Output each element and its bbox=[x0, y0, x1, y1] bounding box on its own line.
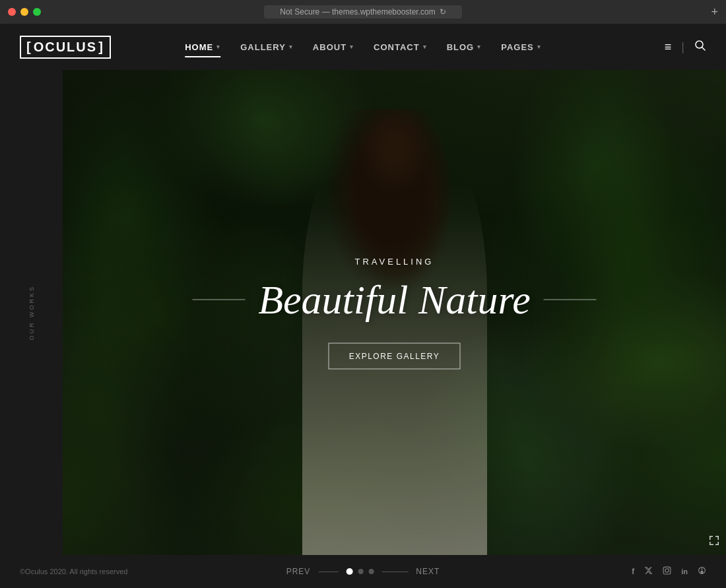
slider-dots bbox=[346, 568, 374, 575]
browser-content: [OCULUS] HOME ▾ GALLERY ▾ ABOUT ▾ CONTAC… bbox=[0, 24, 726, 588]
svg-line-1 bbox=[702, 47, 706, 50]
linkedin-icon[interactable]: in bbox=[681, 568, 688, 575]
nav-about-arrow: ▾ bbox=[350, 44, 354, 50]
nav-gallery-label: GALLERY bbox=[240, 42, 286, 52]
window-chrome: Not Secure — themes.wpthemebooster.com ↻… bbox=[0, 0, 726, 24]
main-nav: HOME ▾ GALLERY ▾ ABOUT ▾ CONTACT ▾ BLOG … bbox=[185, 42, 541, 52]
hamburger-icon[interactable]: ≡ bbox=[665, 40, 672, 54]
left-sidebar: OUR WORKS bbox=[0, 70, 63, 555]
instagram-icon[interactable] bbox=[663, 566, 671, 577]
header-divider: | bbox=[681, 40, 684, 54]
prev-button[interactable]: PREV bbox=[286, 567, 311, 576]
hero-line-right bbox=[544, 299, 597, 300]
social-links: f in bbox=[632, 566, 706, 577]
settings-icon[interactable] bbox=[698, 566, 706, 577]
nav-home-label: HOME bbox=[185, 42, 213, 52]
nav-pages-label: PAGES bbox=[501, 42, 534, 52]
hero-subtitle: TRAVELLING bbox=[63, 256, 726, 266]
slider-line-left bbox=[318, 572, 338, 572]
svg-point-3 bbox=[665, 569, 669, 572]
side-label: OUR WORKS bbox=[28, 285, 35, 341]
logo[interactable]: [OCULUS] bbox=[20, 36, 111, 59]
reload-icon[interactable]: ↻ bbox=[440, 7, 446, 16]
main-content-row: OUR WORKS TRAVELLING Beautiful Nature bbox=[0, 70, 726, 555]
traffic-lights bbox=[8, 8, 41, 16]
minimize-button[interactable] bbox=[20, 8, 28, 16]
site-header: [OCULUS] HOME ▾ GALLERY ▾ ABOUT ▾ CONTAC… bbox=[0, 24, 726, 70]
explore-gallery-button[interactable]: Explore Gallery bbox=[329, 343, 461, 369]
address-text: Not Secure — themes.wpthemebooster.com bbox=[280, 7, 435, 16]
svg-point-4 bbox=[669, 568, 669, 569]
nav-gallery[interactable]: GALLERY ▾ bbox=[240, 42, 293, 52]
nav-blog-label: BLOG bbox=[447, 42, 475, 52]
hero-line-left bbox=[192, 299, 245, 300]
search-icon[interactable] bbox=[694, 40, 706, 55]
slider-controls: PREV NEXT bbox=[286, 567, 440, 576]
nav-contact[interactable]: CONTACT ▾ bbox=[374, 42, 427, 52]
address-bar[interactable]: Not Secure — themes.wpthemebooster.com ↻ bbox=[264, 5, 462, 18]
nav-home-arrow: ▾ bbox=[216, 44, 220, 50]
nav-contact-arrow: ▾ bbox=[423, 44, 427, 50]
hero-title: Beautiful Nature bbox=[258, 276, 531, 323]
fullscreen-icon[interactable] bbox=[709, 535, 719, 548]
copyright-text: ©Oculus 2020. All rights reserved bbox=[20, 568, 127, 575]
nav-about-label: ABOUT bbox=[313, 42, 346, 52]
site-footer: ©Oculus 2020. All rights reserved PREV N… bbox=[0, 555, 726, 588]
nav-contact-label: CONTACT bbox=[374, 42, 420, 52]
nav-home[interactable]: HOME ▾ bbox=[185, 42, 220, 52]
svg-rect-2 bbox=[663, 567, 671, 574]
nav-blog[interactable]: BLOG ▾ bbox=[447, 42, 482, 52]
next-button[interactable]: NEXT bbox=[416, 567, 440, 576]
nav-pages-arrow: ▾ bbox=[537, 44, 541, 50]
nav-blog-arrow: ▾ bbox=[477, 44, 481, 50]
nav-gallery-arrow: ▾ bbox=[289, 44, 293, 50]
facebook-icon[interactable]: f bbox=[632, 567, 634, 576]
slider-dot-3[interactable] bbox=[368, 569, 374, 574]
slider-dot-1[interactable] bbox=[346, 568, 352, 575]
close-button[interactable] bbox=[8, 8, 16, 16]
new-tab-button[interactable]: + bbox=[711, 5, 718, 19]
slider-line-right bbox=[381, 572, 408, 572]
hero-content: TRAVELLING Beautiful Nature Explore Gall… bbox=[63, 256, 726, 369]
nav-about[interactable]: ABOUT ▾ bbox=[313, 42, 354, 52]
hero-title-row: Beautiful Nature bbox=[63, 276, 726, 323]
nav-pages[interactable]: PAGES ▾ bbox=[501, 42, 541, 52]
maximize-button[interactable] bbox=[33, 8, 41, 16]
slider-dot-2[interactable] bbox=[358, 569, 363, 574]
header-right: ≡ | bbox=[665, 40, 706, 55]
hero-section: TRAVELLING Beautiful Nature Explore Gall… bbox=[63, 70, 726, 555]
twitter-icon[interactable] bbox=[644, 566, 653, 577]
